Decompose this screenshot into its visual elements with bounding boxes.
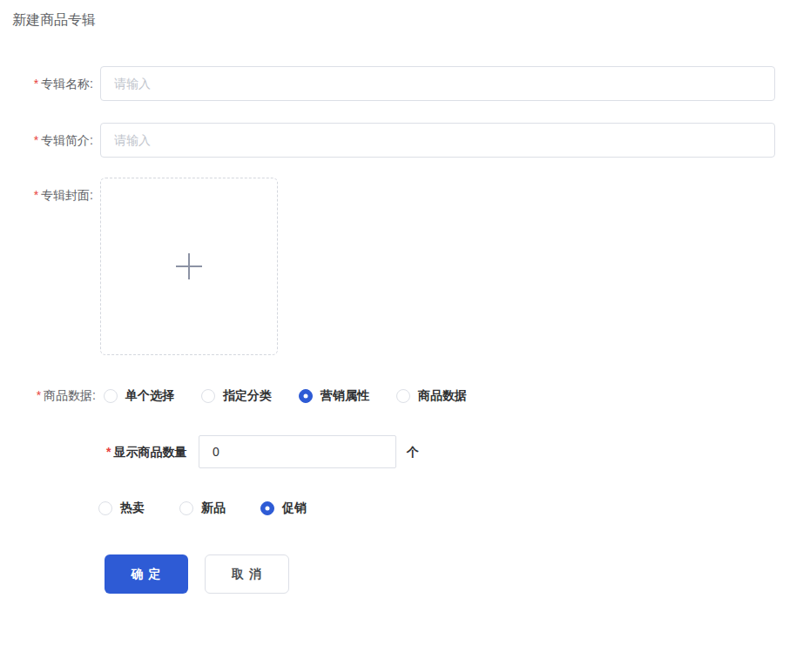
required-asterisk: * <box>34 133 38 147</box>
required-asterisk: * <box>106 445 111 459</box>
display-quantity-label-text: 显示商品数量 <box>113 445 186 459</box>
album-intro-label-text: 专辑简介: <box>41 133 93 147</box>
radio-unchecked-icon <box>98 501 112 515</box>
product-data-radio-group: 单个选择 指定分类 营销属性 商品数据 <box>104 388 467 404</box>
product-data-label-text: 商品数据: <box>44 388 96 402</box>
radio-checked-icon <box>260 501 274 515</box>
radio-option-hot-sale[interactable]: 热卖 <box>98 501 145 516</box>
radio-checked-icon <box>299 389 313 403</box>
radio-unchecked-icon <box>104 389 118 403</box>
plus-icon <box>176 253 202 279</box>
radio-option-specified-category[interactable]: 指定分类 <box>201 388 272 404</box>
quantity-unit-label: 个 <box>407 435 419 468</box>
radio-option-product-data[interactable]: 商品数据 <box>396 388 467 404</box>
radio-option-new-product[interactable]: 新品 <box>179 501 226 516</box>
album-cover-label: *专辑封面: <box>0 178 93 212</box>
marketing-attribute-radio-group: 热卖 新品 促销 <box>98 501 307 516</box>
album-name-label: *专辑名称: <box>0 66 93 101</box>
album-intro-input[interactable] <box>100 123 775 158</box>
required-asterisk: * <box>37 388 41 402</box>
album-name-input[interactable] <box>100 66 775 101</box>
album-cover-label-text: 专辑封面: <box>41 188 93 202</box>
confirm-button[interactable]: 确 定 <box>105 554 188 594</box>
display-quantity-label: *显示商品数量 <box>106 435 186 468</box>
display-quantity-input[interactable] <box>199 435 396 468</box>
required-asterisk: * <box>34 77 38 91</box>
page-title: 新建商品专辑 <box>12 11 96 30</box>
cancel-button[interactable]: 取 消 <box>205 554 289 594</box>
product-data-label: *商品数据: <box>0 388 96 402</box>
radio-unchecked-icon <box>396 389 410 403</box>
create-album-form: 新建商品专辑 *专辑名称: *专辑简介: *专辑封面: *商品数据: 单个选择 … <box>0 0 810 672</box>
album-name-label-text: 专辑名称: <box>41 77 93 91</box>
radio-option-marketing-attribute[interactable]: 营销属性 <box>299 388 369 404</box>
album-cover-upload-dropzone[interactable] <box>100 178 278 355</box>
required-asterisk: * <box>34 188 38 202</box>
radio-unchecked-icon <box>201 389 215 403</box>
album-intro-label: *专辑简介: <box>0 123 93 158</box>
radio-unchecked-icon <box>179 501 193 515</box>
radio-option-single-select[interactable]: 单个选择 <box>104 388 174 404</box>
radio-option-promotion[interactable]: 促销 <box>260 501 307 516</box>
